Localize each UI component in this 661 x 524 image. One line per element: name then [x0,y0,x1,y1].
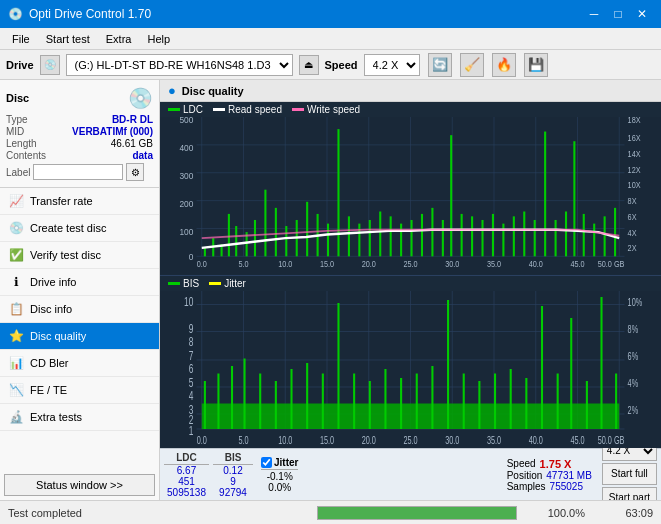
sidebar-item-verify-test-disc[interactable]: ✅ Verify test disc [0,242,159,269]
close-button[interactable]: ✕ [631,4,653,24]
disc-type-label: Type [6,114,28,125]
svg-rect-56 [327,224,329,257]
verify-test-disc-label: Verify test disc [30,249,101,261]
svg-rect-66 [431,208,433,256]
drive-select[interactable]: (G:) HL-DT-ST BD-RE WH16NS48 1.D3 [66,54,293,76]
top-chart-section: LDC Read speed Write speed [160,102,661,276]
svg-rect-61 [379,212,381,257]
stats-bis-total: 92794 [213,487,253,498]
erase-icon[interactable]: 🧹 [460,53,484,77]
status-window-button[interactable]: Status window >> [4,474,155,496]
speed-select[interactable]: 4.2 X [364,54,420,76]
disc-quality-icon: ⭐ [8,328,24,344]
disc-label-input[interactable] [33,164,123,180]
transfer-rate-icon: 📈 [8,193,24,209]
start-part-button[interactable]: Start part [602,487,657,501]
menu-file[interactable]: File [4,31,38,47]
menu-start-test[interactable]: Start test [38,31,98,47]
svg-text:40.0: 40.0 [529,434,543,446]
svg-rect-147 [463,373,465,429]
svg-rect-82 [593,224,595,257]
svg-text:10%: 10% [628,296,643,308]
save-icon[interactable]: 💾 [524,53,548,77]
refresh-icon[interactable]: 🔄 [428,53,452,77]
svg-rect-67 [442,220,444,256]
stats-jitter-max: 0.0% [268,482,291,493]
svg-rect-148 [478,381,480,429]
sidebar-item-disc-quality[interactable]: ⭐ Disc quality [0,323,159,350]
svg-rect-136 [290,369,292,429]
svg-rect-49 [254,220,256,256]
svg-text:8: 8 [189,336,194,349]
sidebar-item-drive-info[interactable]: ℹ Drive info [0,269,159,296]
svg-rect-141 [369,381,371,429]
svg-rect-79 [565,212,567,257]
jitter-checkbox-row: Jitter [261,457,298,470]
svg-rect-52 [285,226,287,256]
main-layout: Disc 💿 Type BD-R DL MID VERBATIMf (000) … [0,80,661,500]
svg-text:15.0: 15.0 [320,434,334,446]
stats-ldc-total: 5095138 [164,487,209,498]
stats-ldc-max: 451 [164,476,209,487]
disc-image-icon: 💿 [128,86,153,110]
svg-rect-84 [614,208,616,256]
sidebar-item-create-test-disc[interactable]: 💿 Create test disc [0,215,159,242]
right-controls: 4.2 X Start full Start part [602,441,657,501]
svg-rect-145 [431,366,433,429]
sidebar-item-disc-info[interactable]: 📋 Disc info [0,296,159,323]
content-area: ● Disc quality LDC Read speed [160,80,661,500]
disc-type-value: BD-R DL [112,114,153,125]
extra-tests-icon: 🔬 [8,409,24,425]
disc-contents-row: Contents data [6,150,153,161]
eject-button[interactable]: ⏏ [299,55,319,75]
svg-rect-156 [600,297,602,429]
top-legend: LDC Read speed Write speed [160,102,661,117]
svg-rect-63 [400,224,402,257]
samples-value: 755025 [550,481,583,492]
extra-tests-label: Extra tests [30,411,82,423]
maximize-button[interactable]: □ [607,4,629,24]
speed-label: Speed [507,458,536,469]
svg-rect-70 [471,216,473,256]
svg-text:2%: 2% [628,404,639,416]
stats-ldc-header: LDC [164,452,209,465]
disc-label-button[interactable]: ⚙ [126,163,144,181]
status-text: Test completed [8,507,309,519]
menu-extra[interactable]: Extra [98,31,140,47]
disc-info-icon: 📋 [8,301,24,317]
svg-text:100: 100 [179,226,193,237]
svg-text:6X: 6X [628,212,638,222]
sidebar-item-transfer-rate[interactable]: 📈 Transfer rate [0,188,159,215]
svg-text:0: 0 [189,251,194,262]
svg-text:40.0: 40.0 [529,260,544,270]
svg-text:10.0: 10.0 [278,260,293,270]
svg-rect-142 [384,369,386,429]
svg-rect-76 [534,220,536,256]
disc-header: Disc 💿 [6,86,153,110]
svg-text:0.0: 0.0 [197,434,207,446]
sidebar-item-cd-bler[interactable]: 📊 CD Bler [0,350,159,377]
minimize-button[interactable]: ─ [583,4,605,24]
drive-icon: 💿 [40,55,60,75]
create-test-disc-label: Create test disc [30,222,106,234]
svg-text:5.0: 5.0 [238,434,248,446]
title-text: Opti Drive Control 1.70 [29,7,151,21]
jitter-checkbox[interactable] [261,457,272,468]
titlebar: 💿 Opti Drive Control 1.70 ─ □ ✕ [0,0,661,28]
stats-bis-header: BIS [213,452,253,465]
burn-icon[interactable]: 🔥 [492,53,516,77]
disc-quality-title: Disc quality [182,85,244,97]
start-full-button[interactable]: Start full [602,463,657,485]
svg-text:30.0: 30.0 [445,434,459,446]
sidebar-item-fe-te[interactable]: 📉 FE / TE [0,377,159,404]
disc-mid-label: MID [6,126,24,137]
disc-type-row: Type BD-R DL [6,114,153,125]
svg-rect-154 [570,318,572,429]
svg-rect-150 [510,369,512,429]
window-controls: ─ □ ✕ [583,4,653,24]
drive-info-label: Drive info [30,276,76,288]
sidebar-item-extra-tests[interactable]: 🔬 Extra tests [0,404,159,431]
svg-rect-153 [557,373,559,429]
menu-help[interactable]: Help [139,31,178,47]
app-icon: 💿 [8,7,23,21]
